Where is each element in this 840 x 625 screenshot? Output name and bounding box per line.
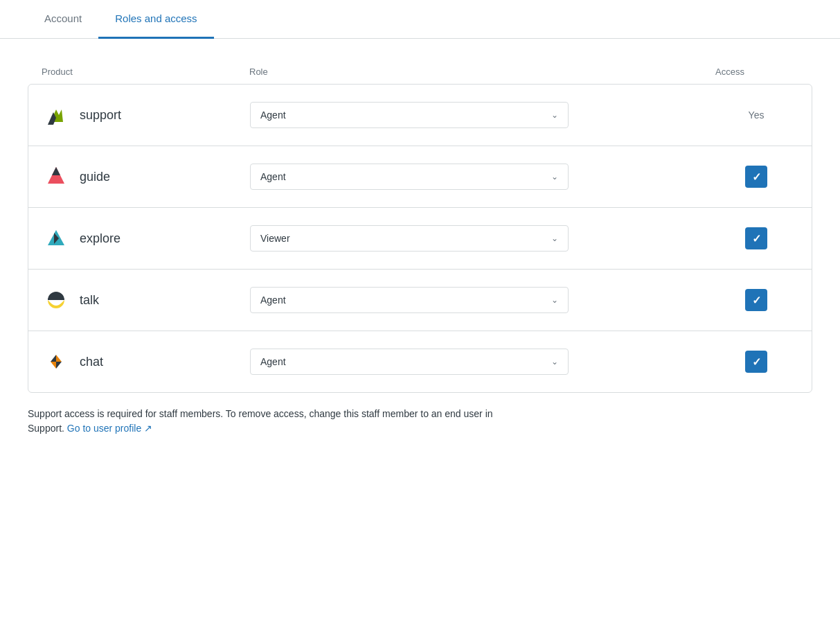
- product-info-chat: chat: [42, 348, 250, 376]
- svg-marker-9: [56, 355, 62, 362]
- svg-marker-3: [52, 167, 60, 175]
- tab-account[interactable]: Account: [28, 0, 98, 39]
- checkbox-talk[interactable]: [745, 289, 767, 311]
- go-to-user-profile-link[interactable]: Go to user profile ↗: [67, 423, 152, 434]
- access-col-chat: [715, 351, 798, 373]
- main-content: Product Role Access support Agent ⌄: [0, 39, 840, 457]
- col-header-role: Role: [249, 67, 715, 77]
- checkbox-guide[interactable]: [745, 166, 767, 188]
- product-info-explore: explore: [42, 225, 250, 252]
- table-header: Product Role Access: [28, 67, 812, 84]
- table-row: support Agent ⌄ Yes: [28, 85, 812, 146]
- product-name-support: support: [80, 108, 121, 123]
- role-dropdown-chat[interactable]: Agent ⌄: [250, 349, 569, 375]
- svg-marker-8: [51, 362, 56, 369]
- checkbox-explore[interactable]: [745, 227, 767, 249]
- chevron-down-icon: ⌄: [551, 110, 558, 120]
- chevron-down-icon: ⌄: [551, 295, 558, 305]
- product-name-explore: explore: [80, 231, 120, 246]
- role-value-chat: Agent: [260, 356, 286, 367]
- product-name-chat: chat: [80, 355, 103, 369]
- guide-logo: [42, 163, 70, 191]
- support-logo: [42, 101, 70, 129]
- chevron-down-icon: ⌄: [551, 234, 558, 243]
- access-col-talk: [715, 289, 798, 311]
- table-row: chat Agent ⌄: [28, 331, 812, 392]
- access-col-support: Yes: [715, 109, 798, 121]
- svg-marker-6: [51, 355, 56, 362]
- chevron-down-icon: ⌄: [551, 357, 558, 367]
- tabs-bar: Account Roles and access: [0, 0, 840, 39]
- role-dropdown-explore[interactable]: Viewer ⌄: [250, 225, 569, 252]
- product-info-talk: talk: [42, 286, 250, 314]
- footer-note: Support access is required for staff mem…: [28, 407, 512, 436]
- role-dropdown-talk[interactable]: Agent ⌄: [250, 287, 569, 313]
- role-dropdown-guide[interactable]: Agent ⌄: [250, 164, 569, 190]
- table-row: explore Viewer ⌄: [28, 208, 812, 270]
- access-yes-support: Yes: [749, 109, 765, 121]
- explore-logo: [42, 225, 70, 252]
- table-row: talk Agent ⌄: [28, 270, 812, 331]
- col-header-product: Product: [42, 67, 249, 77]
- role-value-support: Agent: [260, 109, 286, 121]
- table-row: guide Agent ⌄: [28, 146, 812, 208]
- product-info-guide: guide: [42, 163, 250, 191]
- role-value-explore: Viewer: [260, 233, 290, 244]
- chevron-down-icon: ⌄: [551, 172, 558, 182]
- col-header-access: Access: [715, 67, 798, 77]
- access-col-explore: [715, 227, 798, 249]
- product-name-guide: guide: [80, 170, 110, 184]
- access-col-guide: [715, 166, 798, 188]
- product-info-support: support: [42, 101, 250, 129]
- role-value-talk: Agent: [260, 294, 286, 306]
- role-value-guide: Agent: [260, 171, 286, 182]
- talk-logo: [42, 286, 70, 314]
- role-dropdown-support[interactable]: Agent ⌄: [250, 102, 569, 128]
- product-name-talk: talk: [80, 293, 99, 308]
- svg-marker-7: [56, 362, 62, 369]
- products-table: support Agent ⌄ Yes guide: [28, 84, 812, 393]
- tab-roles-and-access[interactable]: Roles and access: [98, 0, 213, 39]
- checkbox-chat[interactable]: [745, 351, 767, 373]
- chat-logo: [42, 348, 70, 376]
